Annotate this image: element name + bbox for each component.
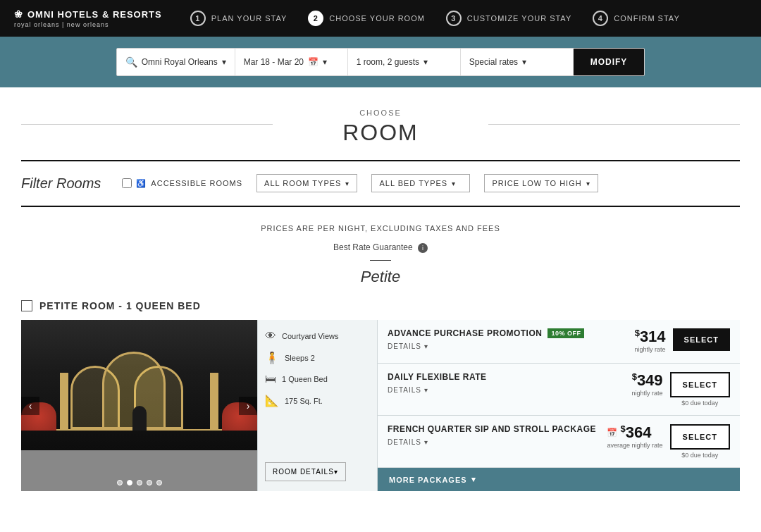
- section-title: Petite: [21, 268, 740, 286]
- amenity-sqft-label: 175 Sq. Ft.: [285, 397, 323, 405]
- search-bar-container: 🔍 Omni Royal Orleans ▾ Mar 18 - Mar 20 📅…: [0, 37, 761, 87]
- nav-step-4[interactable]: 4 CONFIRM STAY: [593, 11, 679, 26]
- sort-dropdown[interactable]: PRICE LOW TO HIGH ▾: [484, 174, 598, 192]
- more-packages-chevron-icon: ▾: [471, 475, 476, 484]
- due-today-2: $0 due today: [681, 400, 718, 407]
- filter-bar: Filter Rooms ♿ ACCESSIBLE ROOMS ALL ROOM…: [21, 161, 740, 206]
- select-button-1[interactable]: SELECT: [673, 328, 730, 351]
- rate-details-link-1[interactable]: DETAILS ▾: [388, 342, 602, 350]
- search-bar: 🔍 Omni Royal Orleans ▾ Mar 18 - Mar 20 📅…: [116, 48, 645, 76]
- hotel-field[interactable]: 🔍 Omni Royal Orleans ▾: [117, 49, 235, 75]
- choose-label: CHOOSE: [21, 109, 740, 117]
- room-types-value: ALL ROOM TYPES: [264, 179, 341, 187]
- accessible-check[interactable]: ♿ ACCESSIBLE ROOMS: [122, 178, 242, 188]
- carousel-dot-4[interactable]: [147, 480, 152, 485]
- dates-chevron-icon: ▾: [323, 57, 327, 67]
- pillar-left-decoration: [60, 373, 68, 429]
- nav-step-1[interactable]: 1 PLAN YOUR STAY: [190, 11, 287, 26]
- dates-value: Mar 18 - Mar 20: [244, 57, 304, 67]
- logo-flower-icon: ❀: [14, 8, 23, 20]
- rate-details-link-2[interactable]: DETAILS ▾: [388, 386, 600, 394]
- rooms-guests-field[interactable]: 1 room, 2 guests ▾: [348, 49, 461, 75]
- rate-price-label-2: nightly rate: [607, 390, 663, 398]
- carousel-dot-3[interactable]: [137, 480, 142, 485]
- amenity-bed: 🛏 1 Queen Bed: [265, 373, 370, 385]
- logo-sub: royal orleans | new orleans: [14, 21, 162, 28]
- rate-price-area-3: 📅 $364 average nightly rate: [607, 424, 663, 450]
- person-icon: 🧍: [265, 351, 279, 364]
- amenity-bed-label: 1 Queen Bed: [282, 375, 328, 383]
- room-body: ‹ › 👁 Courtyard Views 🧍 Slee: [21, 320, 740, 491]
- rate-item-3: FRENCH QUARTER SIP AND STROLL PACKAGE DE…: [378, 416, 740, 468]
- room-details-chevron-icon: ▾: [334, 468, 338, 476]
- sort-value: PRICE LOW TO HIGH: [492, 179, 581, 187]
- rate-item-1: ADVANCE PURCHASE PROMOTION 10% OFF DETAI…: [378, 320, 740, 364]
- rate-item-2: DAILY FLEXIBLE RATE DETAILS ▾ $349 night…: [378, 364, 740, 416]
- room-title-bar: PETITE ROOM - 1 QUEEN BED: [21, 300, 740, 311]
- wheelchair-icon: ♿: [136, 179, 147, 188]
- main-content: CHOOSE ROOM Filter Rooms ♿ ACCESSIBLE RO…: [7, 87, 754, 491]
- step-label-1: PLAN YOUR STAY: [211, 14, 287, 23]
- rate-price-label-3: average nightly rate: [607, 442, 663, 450]
- more-packages-label: MORE PACKAGES: [389, 476, 467, 484]
- select-button-2[interactable]: SELECT: [670, 372, 730, 397]
- bed-types-value: ALL BED TYPES: [379, 179, 447, 187]
- rate-details-link-3[interactable]: DETAILS ▾: [388, 438, 600, 446]
- amenity-courtyard-label: Courtyard Views: [282, 332, 339, 340]
- dates-field[interactable]: Mar 18 - Mar 20 📅 ▾: [235, 49, 348, 75]
- rate-price-1: $314: [610, 328, 666, 345]
- choose-room-header: CHOOSE ROOM: [21, 87, 740, 160]
- rate-name-3: FRENCH QUARTER SIP AND STROLL PACKAGE: [388, 424, 600, 434]
- person-silhouette-decoration: [132, 406, 147, 431]
- chevron-down-icon: ▾: [424, 342, 428, 350]
- hotel-chevron-icon: ▾: [222, 57, 226, 67]
- select-button-3[interactable]: SELECT: [670, 424, 730, 450]
- hotel-value: Omni Royal Orleans: [142, 57, 218, 67]
- amenity-sqft: 📐 175 Sq. Ft.: [265, 394, 370, 407]
- carousel-dot-5[interactable]: [156, 480, 162, 485]
- room-amenities: 👁 Courtyard Views 🧍 Sleeps 2 🛏 1 Queen B…: [257, 320, 377, 491]
- rate-price-3: $364: [621, 424, 652, 440]
- pricing-note: PRICES ARE PER NIGHT, EXCLUDING TAXES AN…: [21, 207, 740, 240]
- rate-info-3: FRENCH QUARTER SIP AND STROLL PACKAGE DE…: [388, 424, 600, 446]
- step-label-4: CONFIRM STAY: [614, 14, 679, 23]
- step-label-3: CUSTOMIZE YOUR STAY: [467, 14, 571, 23]
- carousel-dot-1[interactable]: [117, 480, 123, 485]
- nav-step-2[interactable]: 2 CHOOSE YOUR ROOM: [308, 11, 425, 26]
- pillar-right-decoration: [210, 373, 218, 429]
- special-rates-field[interactable]: Special rates ▾: [461, 49, 574, 75]
- logo-brand: ❀ OMNI HOTELS & RESORTS: [14, 8, 162, 20]
- carousel-dot-2[interactable]: [127, 480, 132, 485]
- rate-name-2: DAILY FLEXIBLE RATE: [388, 372, 600, 382]
- carousel-next-button[interactable]: ›: [239, 397, 257, 415]
- bed-types-chevron-icon: ▾: [452, 180, 456, 187]
- amenity-sleeps: 🧍 Sleeps 2: [265, 351, 370, 364]
- nav-step-3[interactable]: 3 CUSTOMIZE YOUR STAY: [446, 11, 571, 26]
- modify-button[interactable]: MODIFY: [574, 49, 645, 75]
- due-today-3: $0 due today: [681, 452, 718, 459]
- sqft-icon: 📐: [265, 394, 279, 407]
- bed-icon: 🛏: [265, 373, 276, 385]
- rate-info-1: ADVANCE PURCHASE PROMOTION 10% OFF DETAI…: [388, 328, 602, 350]
- rate-price-label-1: nightly rate: [610, 346, 666, 354]
- best-rate: Best Rate Guarantee i: [21, 242, 740, 253]
- nav-steps: 1 PLAN YOUR STAY 2 CHOOSE YOUR ROOM 3 CU…: [190, 11, 680, 26]
- bed-types-dropdown[interactable]: ALL BED TYPES ▾: [371, 174, 470, 192]
- accessible-label: ACCESSIBLE ROOMS: [151, 179, 242, 187]
- more-packages-button[interactable]: MORE PACKAGES ▾: [378, 468, 740, 491]
- accessible-checkbox[interactable]: [122, 178, 132, 188]
- rate-price-2: $349: [607, 372, 663, 388]
- room-types-dropdown[interactable]: ALL ROOM TYPES ▾: [256, 174, 357, 192]
- rate-price-area-2: $349 nightly rate: [607, 372, 663, 398]
- special-rates-value: Special rates: [469, 57, 518, 67]
- room-details-button[interactable]: ROOM DETAILS ▾: [265, 462, 346, 481]
- top-navigation: ❀ OMNI HOTELS & RESORTS royal orleans | …: [0, 0, 761, 37]
- rate-with-calendar: 📅 $364: [607, 424, 663, 440]
- carousel-prev-button[interactable]: ‹: [21, 397, 39, 415]
- info-icon[interactable]: i: [418, 243, 428, 253]
- room-types-chevron-icon: ▾: [345, 180, 349, 187]
- special-rates-chevron-icon: ▾: [522, 57, 526, 67]
- amenity-courtyard: 👁 Courtyard Views: [265, 330, 370, 342]
- calendar-rate-icon: 📅: [607, 428, 617, 438]
- room-title: PETITE ROOM - 1 QUEEN BED: [39, 300, 201, 311]
